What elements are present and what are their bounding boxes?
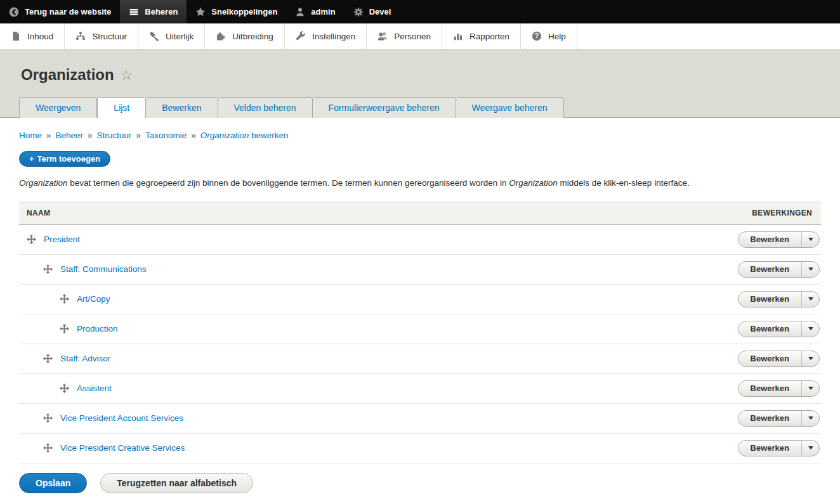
term-name-cell: Vice President Account Services: [19, 413, 183, 423]
breadcrumb-link-taxonomie[interactable]: Taxonomie: [145, 131, 187, 140]
drag-handle-icon[interactable]: [43, 264, 53, 274]
drag-handle-icon[interactable]: [27, 235, 36, 244]
breadcrumb-link-structuur[interactable]: Structuur: [97, 131, 132, 140]
term-link[interactable]: President: [44, 235, 80, 244]
breadcrumb: Home»Beheer»Structuur»Taxonomie»Organiza…: [19, 131, 821, 140]
dropdown-toggle-icon[interactable]: [802, 292, 819, 307]
add-term-button[interactable]: +Term toevoegen: [19, 151, 110, 167]
svg-text:?: ?: [535, 32, 539, 39]
tab-bewerken[interactable]: Bewerken: [146, 97, 218, 118]
back-icon: [9, 7, 19, 17]
admin-toolbar: Terug naar de websiteBeherenSnelkoppelin…: [0, 0, 840, 23]
admin-bar-item-admin[interactable]: admin: [286, 0, 344, 23]
tab-weergave-beheren[interactable]: Weergave beheren: [456, 97, 564, 118]
term-link[interactable]: Staff: Advisor: [60, 354, 110, 363]
drag-handle-icon[interactable]: [60, 384, 69, 393]
tab-formulierweergave-beheren[interactable]: Formulierweergave beheren: [313, 97, 456, 118]
plus-icon: +: [29, 154, 34, 164]
reset-alphabetical-button[interactable]: Terugzetten naar alfabetisch: [100, 473, 253, 493]
wrench-icon: [296, 31, 306, 41]
main-content: Home»Beheer»Structuur»Taxonomie»Organiza…: [0, 131, 840, 502]
term-link[interactable]: Vice President Account Services: [60, 413, 183, 423]
admin-menu-bar: InhoudStructuurUiterlijkUitbreidingInste…: [0, 23, 840, 49]
dropdown-toggle-icon[interactable]: [802, 262, 819, 277]
drag-handle-icon[interactable]: [43, 443, 53, 453]
dropdown-toggle-icon[interactable]: [802, 381, 819, 396]
edit-button[interactable]: Bewerken: [738, 411, 802, 426]
operations-cell: Bewerken: [738, 380, 821, 397]
drag-handle-icon[interactable]: [60, 324, 69, 333]
drag-handle-icon[interactable]: [60, 294, 69, 304]
admin-bar-item-beheren[interactable]: Beheren: [120, 0, 187, 23]
toolbar-item-label: Personen: [394, 32, 431, 41]
toolbar-item-uitbreiding[interactable]: Uitbreiding: [205, 23, 285, 49]
breadcrumb-link-home[interactable]: Home: [19, 131, 42, 140]
admin-bar-item-terug-naar-de-website[interactable]: Terug naar de website: [0, 0, 120, 23]
tab-velden-beheren[interactable]: Velden beheren: [218, 97, 313, 118]
edit-button[interactable]: Bewerken: [738, 441, 802, 456]
toolbar-item-label: Uiterlijk: [166, 32, 194, 41]
file-icon: [11, 31, 21, 41]
vocabulary-description: Organization bevat termen die gegroepeer…: [19, 177, 821, 190]
toolbar-item-inhoud[interactable]: Inhoud: [0, 23, 65, 49]
admin-bar-item-label: Beheren: [145, 7, 178, 16]
admin-bar-item-label: Terug naar de website: [25, 7, 111, 16]
toolbar-item-help[interactable]: ?Help: [521, 23, 577, 49]
column-header-operations: BEWERKINGEN: [752, 209, 812, 217]
dropdown-toggle-icon[interactable]: [802, 321, 819, 337]
users-icon: [377, 31, 388, 41]
toolbar-item-rapporten[interactable]: Rapporten: [442, 23, 521, 49]
description-text-1: bevat termen die gegroepeerd zijn binnen…: [68, 178, 509, 188]
edit-button[interactable]: Bewerken: [738, 232, 802, 247]
operations-dropbutton: Bewerken: [738, 291, 820, 307]
table-row: Art/Copy Bewerken: [19, 285, 821, 314]
star-icon: [195, 7, 206, 17]
edit-button[interactable]: Bewerken: [738, 292, 802, 307]
breadcrumb-separator: »: [136, 131, 141, 140]
toolbar-item-instellingen[interactable]: Instellingen: [285, 23, 367, 49]
save-button[interactable]: Opslaan: [19, 473, 87, 493]
admin-bar-item-devel[interactable]: Devel: [345, 0, 400, 23]
tab-lijst[interactable]: Lijst: [97, 97, 146, 118]
breadcrumb-link-beheer[interactable]: Beheer: [56, 131, 84, 140]
tab-weergeven[interactable]: Weergeven: [19, 97, 97, 118]
edit-button[interactable]: Bewerken: [738, 262, 802, 277]
favorite-star-icon[interactable]: ☆: [121, 68, 133, 82]
edit-button[interactable]: Bewerken: [738, 321, 802, 337]
term-name-cell: Production: [19, 324, 118, 333]
dropdown-toggle-icon[interactable]: [802, 232, 819, 247]
operations-dropbutton: Bewerken: [738, 321, 820, 337]
gear-icon: [353, 7, 364, 17]
table-row: Assistent Bewerken: [19, 374, 821, 404]
dropdown-toggle-icon[interactable]: [802, 351, 819, 366]
admin-bar-item-label: Snelkoppelingen: [211, 7, 277, 16]
toolbar-item-structuur[interactable]: Structuur: [65, 23, 138, 49]
breadcrumb-separator: »: [46, 131, 51, 140]
add-term-label: Term toevoegen: [37, 154, 100, 164]
term-link[interactable]: Vice President Creative Services: [60, 443, 185, 453]
term-link[interactable]: Assistent: [77, 384, 112, 393]
toolbar-item-uiterlijk[interactable]: Uiterlijk: [138, 23, 205, 49]
drag-handle-icon[interactable]: [43, 413, 53, 423]
page-header: Organization ☆ WeergevenLijstBewerkenVel…: [0, 49, 840, 118]
admin-bar-item-label: admin: [311, 7, 335, 16]
term-link[interactable]: Art/Copy: [77, 294, 110, 304]
dropdown-toggle-icon[interactable]: [802, 411, 819, 426]
term-name-cell: Vice President Creative Services: [19, 443, 185, 453]
term-link[interactable]: Production: [77, 324, 118, 333]
operations-cell: Bewerken: [738, 440, 821, 456]
toolbar-item-label: Help: [548, 32, 566, 41]
table-row: Vice President Creative Services Bewerke…: [19, 434, 821, 463]
term-link[interactable]: Staff: Communications: [60, 264, 147, 274]
edit-button[interactable]: Bewerken: [738, 381, 802, 396]
drag-handle-icon[interactable]: [43, 354, 53, 363]
edit-button[interactable]: Bewerken: [738, 351, 802, 366]
dropdown-toggle-icon[interactable]: [802, 441, 819, 456]
page-title: Organization: [21, 66, 114, 84]
admin-bar-item-snelkoppelingen[interactable]: Snelkoppelingen: [187, 0, 286, 23]
toolbar-item-personen[interactable]: Personen: [367, 23, 442, 49]
terms-table: NAAM BEWERKINGEN President Bewerken Staf…: [19, 202, 821, 463]
form-actions: Opslaan Terugzetten naar alfabetisch: [19, 473, 821, 502]
operations-cell: Bewerken: [738, 351, 821, 367]
admin-bar-item-label: Devel: [369, 7, 391, 16]
